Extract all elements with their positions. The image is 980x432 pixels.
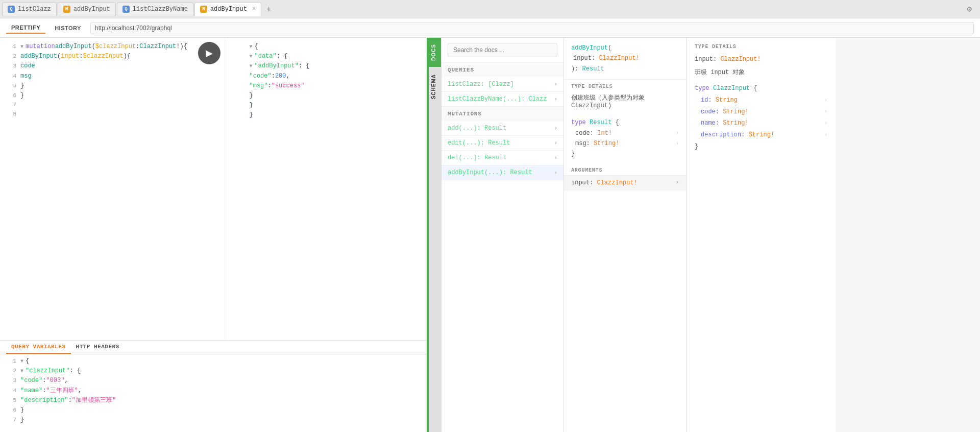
return-type: Result — [582, 65, 604, 73]
tab-icon-q: Q — [8, 6, 15, 13]
field-arrow: › — [676, 139, 679, 148]
tab-http-headers[interactable]: HTTP HEADERS — [71, 341, 125, 354]
code-line: 4 "name": "三年四班", — [0, 386, 427, 396]
tab-label-addByInput2: addByInput — [210, 6, 247, 13]
token-kw-purple: mutation — [26, 42, 55, 52]
code-line: ▼ "data": { — [229, 52, 423, 61]
docs-item-text: edit(...): Result — [448, 139, 510, 147]
queries-header: QUERIES — [442, 63, 564, 77]
tab-addByInput1[interactable]: M addByInput — [58, 2, 116, 16]
argument-item[interactable]: input: ClazzInput! › — [564, 175, 686, 190]
expand-arrow[interactable]: ▼ — [250, 53, 253, 61]
token-kw-teal: ClazzInput — [139, 42, 176, 52]
field-name: msg: String! — [575, 138, 619, 149]
url-input[interactable] — [90, 22, 974, 34]
token-plain: } — [250, 101, 253, 110]
line-number: 8 — [4, 110, 16, 119]
docs-query-item[interactable]: listClazzByName(...): Clazz› — [442, 92, 564, 107]
tab-icon-m2: M — [200, 6, 207, 13]
settings-icon[interactable]: ⚙ — [967, 4, 978, 14]
tab-label-addByInput1: addByInput — [74, 6, 110, 13]
docs-mutation-item[interactable]: addByInput(...): Result› — [442, 165, 564, 180]
history-button[interactable]: HISTORY — [50, 23, 86, 33]
field-label: code: String! — [701, 106, 749, 118]
tab-query-variables[interactable]: QUERY VARIABLES — [6, 341, 71, 354]
token-kw-orange: $clazzInput — [95, 42, 136, 52]
code-line: 6 } — [0, 405, 427, 415]
token-plain: , — [64, 376, 68, 386]
docs-query-item[interactable]: listClazz: [Clazz]› — [442, 77, 564, 92]
type-header-block: addByInput( input: ClazzInput! ): Result — [564, 38, 686, 80]
expand-arrow[interactable]: ▼ — [20, 357, 23, 366]
docs-item-arrow: › — [554, 97, 557, 102]
expand-arrow[interactable]: ▼ — [250, 62, 253, 70]
run-button[interactable]: ▶ — [198, 42, 220, 64]
token-kw-teal: addByInput — [20, 52, 57, 61]
token-str-green: "msg" — [250, 81, 268, 91]
docs-item-text: listClazzByName(...): Clazz — [448, 95, 547, 103]
tab-addByInput2[interactable]: M addByInput × — [194, 2, 261, 16]
new-tab-button[interactable]: + — [262, 5, 275, 14]
line-number: 7 — [4, 416, 16, 425]
type-field-row: msg: String!› — [575, 138, 679, 149]
tab-icon-q2: Q — [122, 6, 130, 13]
code-line: "code": 200, — [229, 71, 423, 81]
docs-mutation-item[interactable]: edit(...): Result› — [442, 136, 564, 151]
code-line: "msg": "success" — [229, 81, 423, 91]
token-plain: } — [20, 405, 24, 415]
token-kw-teal: code — [20, 61, 35, 71]
token-kw-orange: $clazzInput — [83, 52, 123, 61]
prettify-button[interactable]: PRETTIFY — [6, 22, 45, 34]
right-description: 班级 input 对象 — [695, 68, 827, 77]
type-panel: addByInput( input: ClazzInput! ): Result… — [564, 38, 686, 432]
token-str-green: "code" — [20, 376, 42, 386]
query-editor[interactable]: 1▼mutation addByInput($clazzInput:ClazzI… — [0, 38, 194, 340]
token-plain: !){ — [176, 42, 187, 52]
right-field-arrow: › — [824, 107, 827, 116]
code-line: 1▼mutation addByInput($clazzInput:ClazzI… — [0, 42, 194, 52]
line-number: 4 — [4, 387, 16, 396]
token-plain: : { — [277, 52, 288, 61]
tab-close-button[interactable]: × — [252, 6, 256, 13]
token-plain: : { — [69, 366, 81, 376]
right-panel: TYPE DETAILS input: ClazzInput! 班级 input… — [686, 38, 836, 432]
code-line: 1▼{ — [0, 356, 427, 366]
toolbar: PRETTIFY HISTORY — [0, 18, 980, 38]
field-name: code: Int! — [575, 128, 612, 138]
field-label: id: String — [701, 94, 738, 106]
field-label: description: String! — [701, 129, 774, 141]
sidebar-strip: DOCS SCHEMA — [429, 38, 441, 432]
expand-arrow[interactable]: ▼ — [250, 43, 253, 51]
tab-listClazz[interactable]: Q listClazz — [2, 2, 57, 16]
code-line: 3 "code": "003", — [0, 376, 427, 386]
bottom-content[interactable]: 1▼{2▼ "clazzInput": {3 "code": "003",4 "… — [0, 354, 427, 432]
code-line: 4 msg — [0, 71, 194, 81]
schema-strip-button[interactable]: SCHEMA — [429, 68, 441, 105]
code-line: 7 — [0, 101, 194, 110]
line-number: 2 — [4, 367, 16, 376]
token-plain: , — [78, 386, 82, 396]
code-line: 2 addByInput(input:$clazzInput){ — [0, 52, 194, 61]
token-plain: } — [20, 81, 24, 91]
tab-listClazzByName[interactable]: Q listClazzByName — [117, 2, 193, 16]
docs-search — [442, 38, 564, 63]
docs-strip-button[interactable]: DOCS — [429, 38, 441, 67]
right-field-row: name: String!› — [701, 117, 827, 129]
expand-arrow[interactable]: ▼ — [20, 367, 23, 375]
right-field-arrow: › — [824, 95, 827, 105]
token-plain: } — [20, 91, 24, 101]
docs-mutation-item[interactable]: del(...): Result› — [442, 151, 564, 165]
tab-label-listClazz: listClazz — [18, 6, 51, 13]
line-number: 5 — [4, 82, 16, 91]
docs-mutation-item[interactable]: add(...): Result› — [442, 121, 564, 136]
token-plain: : — [268, 81, 272, 91]
docs-item-text: add(...): Result — [448, 125, 506, 132]
code-line: } — [229, 101, 423, 110]
right-field-row: description: String!› — [701, 129, 827, 141]
expand-arrow[interactable]: ▼ — [20, 43, 23, 51]
type-block: type Result { code: Int!›msg: String!› } — [564, 113, 686, 163]
line-number: 2 — [4, 52, 16, 61]
type-details-label: TYPE DETAILS — [564, 80, 686, 91]
docs-search-input[interactable] — [448, 43, 557, 57]
token-str-green: "description" — [20, 396, 68, 405]
